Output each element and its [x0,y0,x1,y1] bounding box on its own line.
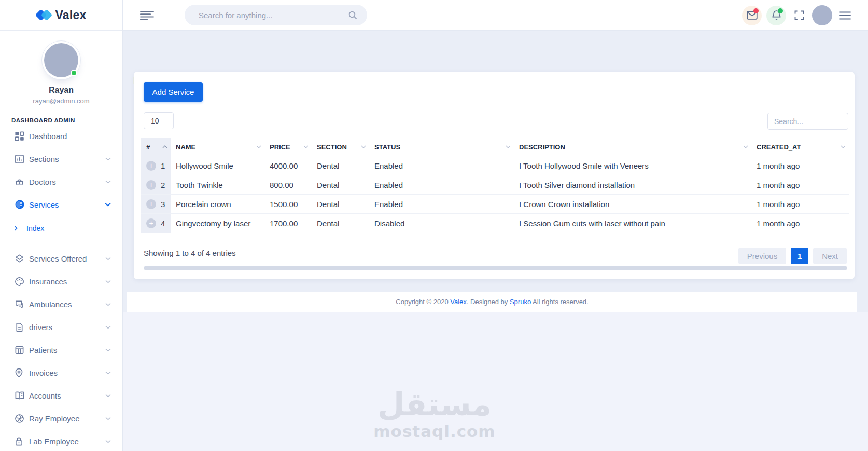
column-header-section[interactable]: SECTION [312,138,369,156]
column-label: STATUS [374,143,400,151]
avatar[interactable] [44,43,78,77]
cell-section: Dental [312,175,369,195]
expand-row-button[interactable]: + [146,218,156,228]
sidebar-item-label: drivers [29,323,52,332]
bell-badge [778,8,783,13]
next-page-button[interactable]: Next [813,248,847,264]
chevron-down-icon [105,303,111,306]
cell-price: 800.00 [264,175,312,195]
chevron-down-icon [105,394,111,398]
table-horizontal-scrollbar[interactable] [144,266,847,270]
chevron-down-icon [105,440,111,443]
sidebar-item-invoices[interactable]: Invoices [0,361,122,384]
row-number: 3 [161,200,165,209]
chevron-down-icon [105,180,111,184]
column-header-description[interactable]: DESCRIPTION [514,138,751,156]
palette-icon [15,276,25,286]
book-icon [15,390,25,401]
cell-name: Hollywood Smile [171,156,264,175]
page-footer: Copyright © 2020 Valex. Designed by Spru… [127,292,857,312]
chart-icon [15,154,25,164]
copyright-text: Copyright © 2020 Valex. Designed by Spru… [396,298,588,306]
online-status-dot [71,70,77,76]
sidebar-item-dashboard[interactable]: Dashboard [0,125,122,147]
sidebar-item-services-offered[interactable]: Services Offered [0,247,122,270]
row-number: 1 [161,161,165,170]
sidebar: Valex Rayan rayan@admin.com DASHBOARD AD… [0,0,123,451]
footer-designer-link[interactable]: Spruko [510,298,531,306]
chevron-down-icon [105,202,111,207]
pagination: Previous 1 Next [738,248,847,264]
chevron-down-icon [105,157,111,161]
page-1-button[interactable]: 1 [791,248,808,264]
cell-created-at: 1 month ago [751,175,849,195]
expand-row-button[interactable]: + [146,161,156,171]
column-header-num[interactable]: # [141,138,171,156]
sidebar-item-services[interactable]: Services [0,193,122,216]
sidebar-subitem-index[interactable]: Index [0,217,122,240]
sidebar-item-patients[interactable]: Patients [0,338,122,361]
table-row: +2 Tooth Twinkle 800.00 Dental Enabled I… [141,175,849,195]
sidebar-item-insurances[interactable]: Insurances [0,270,122,293]
cell-name: Porcelain crown [171,195,264,214]
grid-icon [15,131,25,141]
search-input[interactable] [185,11,348,20]
sidebar-item-lab-employee[interactable]: Lab Employee [0,430,122,451]
bell-icon[interactable] [766,6,786,25]
sidebar-item-drivers[interactable]: drivers [0,316,122,338]
chevron-down-icon [105,257,111,261]
expand-row-button[interactable]: + [146,199,156,209]
row-number: 4 [161,219,165,228]
chevron-down-icon [105,325,111,329]
mail-icon[interactable] [742,6,762,25]
cell-price: 4000.00 [264,156,312,175]
basket-icon [15,176,25,187]
table-row: +1 Hollywood Smile 4000.00 Dental Enable… [141,156,849,175]
expand-row-button[interactable]: + [146,180,156,190]
fullscreen-icon[interactable] [791,6,807,25]
cell-created-at: 1 month ago [751,214,849,233]
services-table: # NAME PRICE SECTION STATUS DESCRIPTION … [141,138,849,233]
sidebar-item-doctors[interactable]: Doctors [0,170,122,193]
table-row: +3 Porcelain crown 1500.00 Dental Enable… [141,195,849,214]
previous-page-button[interactable]: Previous [738,248,786,264]
column-header-name[interactable]: NAME [171,138,264,156]
sidebar-item-label: Doctors [29,177,56,186]
sidebar-item-accounts[interactable]: Accounts [0,384,122,407]
column-header-status[interactable]: STATUS [369,138,514,156]
chat-icon [15,299,25,309]
cell-description: I Tooth Silver diamond installation [514,175,751,195]
column-header-created-at[interactable]: CREATED_AT [751,138,849,156]
sidebar-item-label: Sections [29,155,59,163]
cell-name: Tooth Twinkle [171,175,264,195]
add-service-button[interactable]: Add Service [144,82,203,102]
layers-icon [15,253,25,264]
cell-price: 1700.00 [264,214,312,233]
footer-brand-link[interactable]: Valex [450,298,467,306]
sidebar-item-ray-employee[interactable]: Ray Employee [0,407,122,430]
column-header-price[interactable]: PRICE [264,138,312,156]
table-header-row: # NAME PRICE SECTION STATUS DESCRIPTION … [141,138,849,156]
brand-logo[interactable]: Valex [36,7,87,23]
aperture-icon [15,413,25,423]
sidebar-item-label: Services Offered [29,254,87,263]
menu-fold-icon[interactable] [140,10,154,20]
search-icon[interactable] [348,11,357,20]
header-avatar[interactable] [812,5,832,25]
table-search-input[interactable] [767,113,848,130]
page-length-select[interactable]: 10 [144,112,174,129]
sidebar-item-ambulances[interactable]: Ambulances [0,293,122,316]
brand-name: Valex [55,8,87,22]
row-number: 2 [161,181,165,189]
chevron-right-icon [14,226,18,231]
cell-name: Gingvectomy by laser [171,214,264,233]
column-label: NAME [176,143,195,151]
hamburger-icon[interactable] [837,6,853,25]
cell-description: I Crown Crown installation [514,195,751,214]
user-name: Rayan [0,86,122,95]
sidebar-item-sections[interactable]: Sections [0,147,122,170]
contrast-icon [15,199,25,210]
sidebar-item-label: Ray Employee [29,414,80,423]
sort-icon [361,145,366,148]
lock-icon [15,436,25,446]
